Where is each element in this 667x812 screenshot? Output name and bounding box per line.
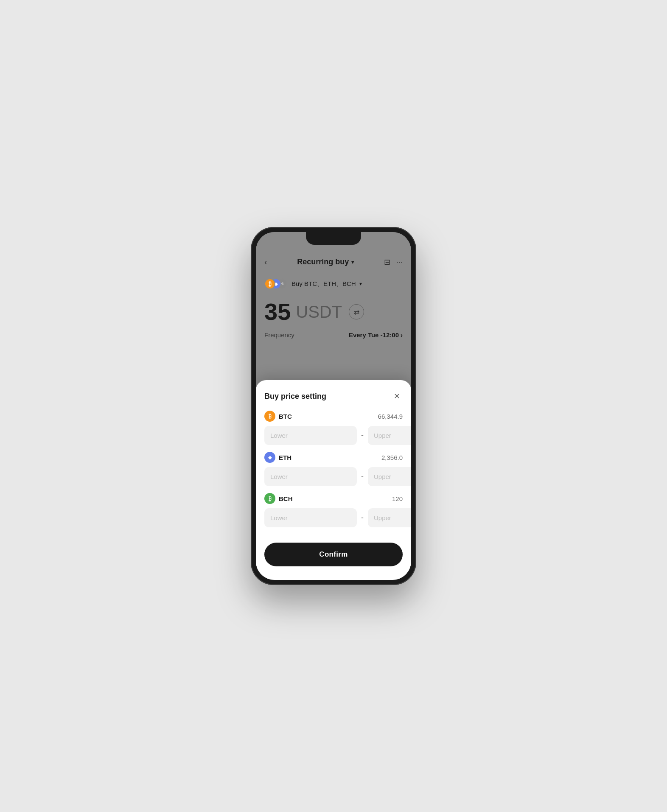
buy-price-setting-sheet: Buy price setting ✕ ₿ BTC 66,344.9 - [256,380,411,580]
bch-row-header: ₿ BCH 120 [264,493,403,504]
bch-name: BCH [279,495,293,502]
sheet-close-button[interactable]: ✕ [391,390,403,402]
eth-row-header: ◆ ETH 2,356.0 [264,452,403,463]
phone-notch [306,232,361,245]
btc-dash-separator: - [361,431,364,440]
eth-upper-input[interactable] [368,467,411,486]
coin-selector[interactable]: ₿ ◆ +1 Buy BTC、ETH、BCH ▾ [256,271,411,293]
eth-lower-input[interactable] [264,467,357,486]
amount-number: 35 [264,300,291,324]
more-options-icon[interactable]: ··· [396,258,403,266]
refresh-icon: ⇄ [354,308,359,316]
bch-lower-input[interactable] [264,508,357,527]
eth-badge: ◆ [264,452,275,463]
btc-badge: ₿ [264,411,275,422]
confirm-button[interactable]: Confirm [264,543,403,566]
phone-screen: ‹ Recurring buy ▾ ⊟ ··· ₿ ◆ +1 Buy BTC、E… [256,232,411,580]
bch-badge: ₿ [264,493,275,504]
eth-name: ETH [279,454,291,461]
frequency-arrow: › [401,331,403,339]
coin-selector-label: Buy BTC、ETH、BCH [291,280,356,288]
coin-selector-arrow: ▾ [359,281,362,287]
eth-coin-row: ◆ ETH 2,356.0 - [264,452,403,486]
frequency-text: Every Tue -12:00 [349,331,399,339]
frequency-label: Frequency [264,331,294,339]
bch-dash-separator: - [361,513,364,522]
nav-title: Recurring buy ▾ [297,258,354,266]
eth-input-row: - [264,467,403,486]
bch-upper-input[interactable] [368,508,411,527]
bch-input-row: - [264,508,403,527]
nav-icons: ⊟ ··· [384,258,403,267]
book-icon[interactable]: ⊟ [384,258,390,267]
btc-lower-input[interactable] [264,426,357,445]
phone-frame: ‹ Recurring buy ▾ ⊟ ··· ₿ ◆ +1 Buy BTC、E… [251,227,416,585]
eth-price: 2,356.0 [381,454,403,461]
amount-currency: USDT [296,303,342,320]
eth-row-left: ◆ ETH [264,452,291,463]
frequency-row[interactable]: Frequency Every Tue -12:00 › [256,327,411,345]
btc-row-left: ₿ BTC [264,411,292,422]
top-nav: ‹ Recurring buy ▾ ⊟ ··· [256,251,411,271]
bch-price: 120 [392,495,403,502]
coin-icons-group: ₿ ◆ +1 [264,278,288,290]
amount-display: 35 USDT ⇄ [256,293,411,327]
bch-row-left: ₿ BCH [264,493,293,504]
refresh-button[interactable]: ⇄ [349,304,364,319]
btc-row-header: ₿ BTC 66,344.9 [264,411,403,422]
back-button[interactable]: ‹ [264,257,267,267]
sheet-title: Buy price setting [264,392,326,401]
btc-coin-row: ₿ BTC 66,344.9 - [264,411,403,445]
eth-dash-separator: - [361,472,364,481]
btc-name: BTC [279,413,292,420]
btc-upper-input[interactable] [368,426,411,445]
bch-coin-row: ₿ BCH 120 - [264,493,403,527]
btc-price: 66,344.9 [378,413,403,420]
page-title: Recurring buy [297,258,349,266]
frequency-value: Every Tue -12:00 › [349,331,403,339]
title-dropdown-arrow[interactable]: ▾ [351,259,354,265]
sheet-header: Buy price setting ✕ [264,390,403,402]
btc-icon: ₿ [264,278,275,289]
btc-input-row: - [264,426,403,445]
